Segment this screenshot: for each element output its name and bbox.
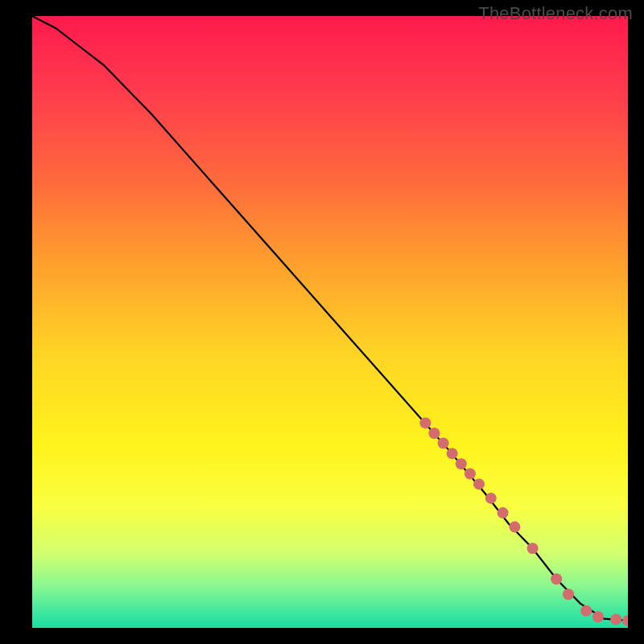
marker-dot (497, 507, 509, 518)
marker-dot (464, 469, 476, 480)
marker-dot (473, 478, 485, 489)
marker-dot (509, 522, 520, 533)
marker-dot (551, 573, 562, 584)
marker-dot (527, 543, 539, 554)
marker-dot (580, 605, 592, 617)
marker-dot (419, 417, 431, 428)
watermark-text: TheBottleneck.com (478, 3, 633, 24)
plot-area (32, 16, 628, 628)
marker-dot (456, 458, 467, 469)
marker-dot (485, 493, 497, 504)
marker-dot (438, 438, 449, 449)
marker-dot (429, 427, 440, 439)
marker-dot (610, 613, 621, 625)
marker-dot (447, 448, 458, 459)
marker-dot (563, 588, 574, 600)
chart-wrapper: TheBottleneck.com (0, 0, 644, 644)
chart-svg (32, 16, 628, 628)
marker-dot (622, 615, 628, 626)
marker-dot (592, 611, 604, 622)
marker-group (419, 417, 628, 626)
curve-line (32, 16, 628, 621)
bottleneck-curve (32, 16, 628, 621)
